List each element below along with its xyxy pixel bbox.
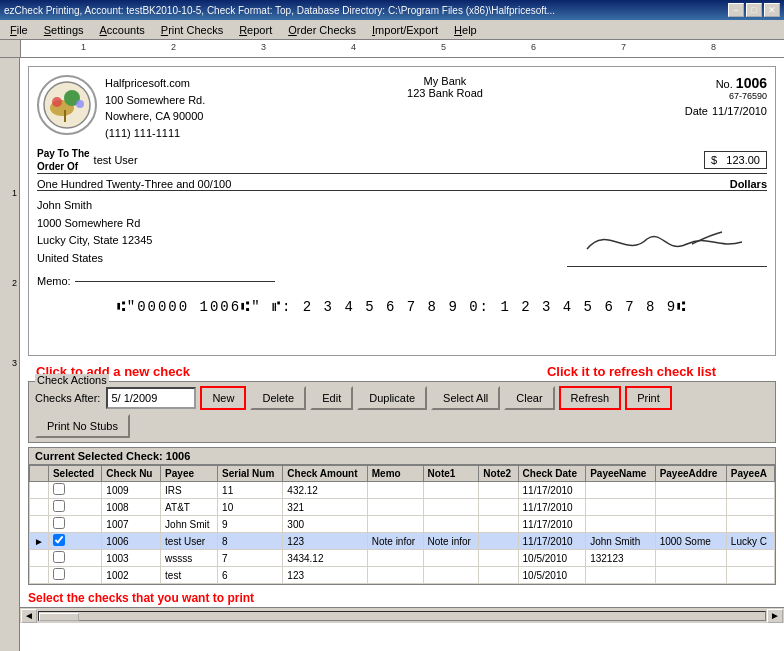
- row-checkbox[interactable]: [53, 483, 65, 495]
- col-indicator: [30, 466, 49, 482]
- menu-accounts[interactable]: Accounts: [92, 22, 153, 38]
- scroll-right-button[interactable]: ►: [767, 609, 783, 623]
- refresh-button[interactable]: Refresh: [559, 386, 622, 410]
- menu-file[interactable]: File: [2, 22, 36, 38]
- check-preview: Halfpricesoft.com 100 Somewhere Rd. Nowh…: [28, 66, 776, 356]
- row-indicator: [30, 567, 49, 584]
- row-checkbox-cell[interactable]: [48, 516, 101, 533]
- memo-label: Memo:: [37, 275, 71, 287]
- ruler-mark-2: 2: [171, 42, 176, 52]
- memo: Note infor: [367, 533, 423, 550]
- amount: 123: [283, 567, 367, 584]
- payee-addr: [655, 482, 726, 499]
- row-indicator: [30, 499, 49, 516]
- svg-rect-5: [64, 110, 66, 122]
- table-scroll-area[interactable]: Selected Check Nu Payee Serial Num Check…: [29, 465, 775, 584]
- new-button[interactable]: New: [200, 386, 246, 410]
- table-row[interactable]: ►1006test User8123Note inforNote infor11…: [30, 533, 775, 550]
- table-row[interactable]: 1009IRS11432.1211/17/2010: [30, 482, 775, 499]
- check-num: 1003: [102, 550, 161, 567]
- bank-info: My Bank 123 Bank Road: [407, 75, 483, 141]
- payee-name: [586, 516, 655, 533]
- serial-num: 8: [218, 533, 283, 550]
- pay-to-line: Pay To TheOrder Of test User $ 123.00: [37, 147, 767, 174]
- select-all-button[interactable]: Select All: [431, 386, 500, 410]
- check-num: 1008: [102, 499, 161, 516]
- scroll-thumb[interactable]: [39, 613, 79, 621]
- menu-import-export[interactable]: Import/Export: [364, 22, 446, 38]
- horizontal-scrollbar[interactable]: ◄ ►: [20, 607, 784, 623]
- row-indicator: [30, 482, 49, 499]
- close-button[interactable]: ✕: [764, 3, 780, 17]
- row-checkbox-cell[interactable]: [48, 550, 101, 567]
- payee: John Smit: [161, 516, 218, 533]
- margin-num-2: 2: [12, 278, 17, 288]
- clear-button[interactable]: Clear: [504, 386, 554, 410]
- edit-button[interactable]: Edit: [310, 386, 353, 410]
- titlebar-title: ezCheck Printing, Account: testBK2010-10…: [4, 5, 555, 16]
- payee: IRS: [161, 482, 218, 499]
- print-button[interactable]: Print: [625, 386, 672, 410]
- signature-area: [567, 197, 767, 267]
- row-checkbox-cell[interactable]: [48, 499, 101, 516]
- checks-after-input[interactable]: [106, 387, 196, 409]
- row-checkbox-cell[interactable]: [48, 533, 101, 550]
- payee-a: [726, 516, 774, 533]
- table-row[interactable]: 1002test612310/5/2010: [30, 567, 775, 584]
- company-addr1: 100 Somewhere Rd.: [105, 92, 205, 109]
- maximize-button[interactable]: □: [746, 3, 762, 17]
- scroll-track[interactable]: [38, 611, 766, 621]
- serial-num: 7: [218, 550, 283, 567]
- minimize-button[interactable]: −: [728, 3, 744, 17]
- delete-button[interactable]: Delete: [250, 386, 306, 410]
- payee: test: [161, 567, 218, 584]
- row-checkbox[interactable]: [53, 568, 65, 580]
- menu-help[interactable]: Help: [446, 22, 485, 38]
- col-payeename: PayeeName: [586, 466, 655, 482]
- row-checkbox[interactable]: [53, 500, 65, 512]
- check-date: 10/5/2010: [518, 550, 586, 567]
- payee-name-line: John Smith: [37, 197, 152, 215]
- bottom-annotation: Select the checks that you want to print: [20, 589, 784, 607]
- memo-line: Memo:: [37, 275, 767, 287]
- col-check-num: Check Nu: [102, 466, 161, 482]
- row-checkbox[interactable]: [53, 517, 65, 529]
- menu-print-checks[interactable]: Print Checks: [153, 22, 231, 38]
- serial-num: 9: [218, 516, 283, 533]
- amount: 432.12: [283, 482, 367, 499]
- scroll-left-button[interactable]: ◄: [21, 609, 37, 623]
- row-checkbox[interactable]: [53, 551, 65, 563]
- check-top-row: Halfpricesoft.com 100 Somewhere Rd. Nowh…: [37, 75, 767, 141]
- check-date: 11/17/2010: [518, 482, 586, 499]
- payee-name: [586, 499, 655, 516]
- row-checkbox-cell[interactable]: [48, 567, 101, 584]
- check-middle: John Smith 1000 Somewhere Rd Lucky City,…: [37, 197, 767, 267]
- content-area: Halfpricesoft.com 100 Somewhere Rd. Nowh…: [20, 58, 784, 651]
- row-checkbox[interactable]: [53, 534, 65, 546]
- print-no-stubs-button[interactable]: Print No Stubs: [35, 414, 130, 438]
- duplicate-button[interactable]: Duplicate: [357, 386, 427, 410]
- row-indicator: [30, 550, 49, 567]
- row-checkbox-cell[interactable]: [48, 482, 101, 499]
- col-payeea: PayeeA: [726, 466, 774, 482]
- table-row[interactable]: 1003wssss73434.1210/5/2010132123: [30, 550, 775, 567]
- menu-report[interactable]: Report: [231, 22, 280, 38]
- payee-addr: [655, 516, 726, 533]
- memo: [367, 550, 423, 567]
- amount-value: 123.00: [726, 154, 760, 166]
- payee-city-state: Lucky City, State 12345: [37, 232, 152, 250]
- check-num: 1002: [102, 567, 161, 584]
- table-row[interactable]: 1008AT&T1032111/17/2010: [30, 499, 775, 516]
- check-date: 11/17/2010: [518, 516, 586, 533]
- menu-order-checks[interactable]: Order Checks: [280, 22, 364, 38]
- company-phone: (111) 111-1111: [105, 125, 205, 142]
- company-logo: [37, 75, 97, 135]
- menu-settings[interactable]: Settings: [36, 22, 92, 38]
- payee-name: [586, 482, 655, 499]
- margin-num-1: 1: [12, 188, 17, 198]
- date-label: Date: [685, 105, 708, 117]
- checks-after-label: Checks After:: [35, 392, 100, 404]
- table-row[interactable]: 1007John Smit930011/17/2010: [30, 516, 775, 533]
- check-num: 1009: [102, 482, 161, 499]
- titlebar: ezCheck Printing, Account: testBK2010-10…: [0, 0, 784, 20]
